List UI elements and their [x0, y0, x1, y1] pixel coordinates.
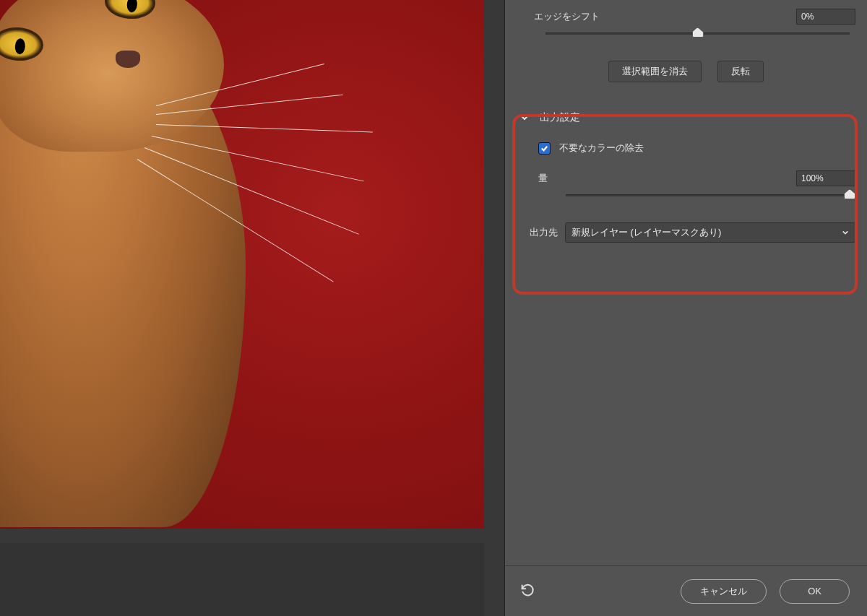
- output-settings-header[interactable]: 出力設定: [519, 107, 855, 129]
- slider-knob-icon[interactable]: [844, 189, 855, 199]
- canvas-image[interactable]: [0, 0, 484, 543]
- chevron-down-icon: [519, 113, 530, 123]
- canvas-area: [0, 0, 484, 543]
- canvas-panel-divider: [484, 0, 504, 616]
- remove-color-checkbox[interactable]: [538, 142, 551, 155]
- amount-slider[interactable]: [566, 189, 850, 202]
- image-subject-eye: [103, 0, 156, 20]
- edge-shift-value[interactable]: 0%: [796, 9, 855, 25]
- clear-selection-button[interactable]: 選択範囲を消去: [608, 61, 702, 82]
- image-subject-nose: [116, 51, 140, 68]
- reset-button[interactable]: [519, 582, 535, 600]
- output-settings-title: 出力設定: [540, 111, 580, 124]
- properties-panel: エッジをシフト 0% 選択範囲を消去 反転 出力設定 不要な: [504, 0, 867, 616]
- slider-knob-icon[interactable]: [692, 27, 704, 38]
- amount-value[interactable]: 100%: [796, 170, 855, 186]
- amount-label: 量: [538, 172, 548, 185]
- canvas-empty-area: [0, 543, 484, 616]
- invert-button[interactable]: 反転: [717, 61, 764, 82]
- ok-button[interactable]: OK: [780, 579, 850, 604]
- output-dest-dropdown[interactable]: 新規レイヤー (レイヤーマスクあり): [565, 222, 855, 243]
- output-dest-label: 出力先: [530, 226, 558, 239]
- edge-shift-label: エッジをシフト: [534, 10, 600, 23]
- image-subject-eye: [0, 26, 45, 63]
- panel-footer: キャンセル OK: [505, 565, 867, 616]
- canvas-border-bottom: [0, 529, 484, 543]
- remove-color-label: 不要なカラーの除去: [559, 142, 644, 155]
- edge-shift-slider[interactable]: [545, 27, 850, 40]
- output-dest-value: 新規レイヤー (レイヤーマスクあり): [571, 226, 721, 239]
- chevron-down-icon: [842, 227, 849, 238]
- cancel-button[interactable]: キャンセル: [681, 579, 767, 604]
